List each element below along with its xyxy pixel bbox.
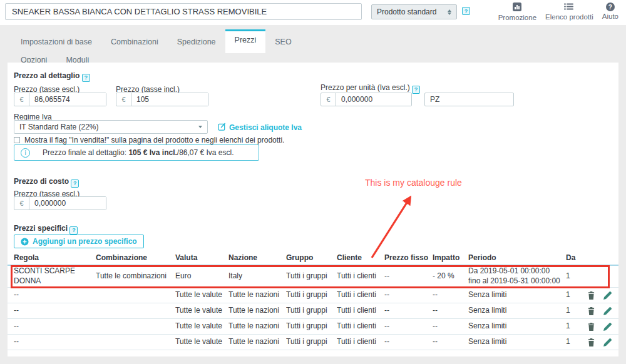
col-valuta: Valuta: [175, 253, 228, 262]
table-row: SCONTI SCARPE DONNA Tutte le combinazion…: [8, 266, 618, 288]
row-actions: [585, 307, 618, 315]
cell-nazione: Tutte le nazioni: [228, 290, 286, 300]
unit-input[interactable]: [424, 93, 514, 106]
table-row: -- Tutte le valute Tutte le nazioni Tutt…: [8, 335, 618, 350]
tab-seo[interactable]: SEO: [265, 29, 300, 52]
help-icon[interactable]: ?: [82, 74, 90, 82]
cell-cliente: Tutti i clienti: [337, 271, 384, 281]
cell-valuta: Tutte le valute: [175, 290, 228, 300]
currency-prefix: €: [116, 93, 131, 106]
cell-prezzo-fisso: --: [384, 321, 433, 331]
bar-chart-icon: [513, 3, 521, 13]
help-button[interactable]: ? Aiuto: [602, 3, 618, 21]
price-incl-input[interactable]: [131, 93, 208, 106]
cell-cliente: Tutti i clienti: [337, 321, 384, 331]
col-prezzo-fisso: Prezzo fisso: [384, 253, 433, 262]
edit-icon[interactable]: [603, 323, 612, 331]
row-actions: [585, 323, 618, 331]
cell-impatto: --: [433, 321, 468, 331]
annotation-text: This is my catalouge rule: [365, 178, 462, 188]
cell-gruppo: Tutti i gruppi: [286, 306, 337, 316]
cell-da: 1: [566, 337, 585, 347]
cell-valuta: Tutte le valute: [175, 337, 228, 347]
cell-prezzo-fisso: --: [384, 337, 433, 347]
on-sale-row: Mostra il flag "In vendita!" sulla pagin…: [14, 136, 284, 144]
on-sale-checkbox[interactable]: [14, 137, 20, 143]
cell-periodo: Senza limiti: [468, 337, 566, 347]
cell-cliente: Tutti i clienti: [337, 337, 384, 347]
specific-prices-title-text: Prezzi specifici: [14, 224, 68, 233]
cell-da: 1: [566, 306, 585, 316]
delete-icon[interactable]: [588, 307, 595, 315]
col-nazione: Nazione: [228, 253, 286, 262]
product-type-select[interactable]: Prodotto standard: [371, 4, 457, 19]
cell-valuta: Tutte le valute: [175, 321, 228, 331]
list-icon: [564, 3, 574, 12]
specific-prices-rows: SCONTI SCARPE DONNA Tutte le combinazion…: [8, 266, 618, 350]
cell-gruppo: Tutti i gruppi: [286, 290, 337, 300]
delete-icon[interactable]: [588, 323, 595, 331]
edit-square-icon: [218, 123, 226, 133]
edit-icon[interactable]: [603, 307, 612, 315]
cell-periodo: Senza limiti: [468, 321, 566, 331]
edit-icon[interactable]: [603, 291, 612, 300]
cell-cliente: Tutti i clienti: [337, 306, 384, 316]
table-header-row: Regola Combinazione Valuta Nazione Grupp…: [8, 250, 618, 266]
add-specific-price-button[interactable]: Aggiungi un prezzo specifico: [14, 235, 144, 248]
tab-combinazioni[interactable]: Combinazioni: [101, 29, 168, 52]
table-row: -- Tutte le valute Tutte le nazioni Tutt…: [8, 288, 618, 303]
col-impatto: Impatto: [433, 253, 468, 262]
cost-price-title: Prezzo di costo ?: [14, 177, 79, 188]
help-icon[interactable]: ?: [69, 226, 78, 235]
tab-spedizione[interactable]: Spedizione: [168, 29, 225, 52]
promotion-button[interactable]: Promozione: [498, 3, 536, 21]
plus-circle-icon: [21, 238, 29, 246]
cell-impatto: --: [433, 337, 468, 347]
cell-periodo: Da 2019-05-01 00:00:00 fino al 2019-05-3…: [468, 266, 566, 286]
cell-prezzo-fisso: --: [384, 271, 433, 281]
retail-price-title: Prezzo al dettaglio ?: [14, 71, 90, 82]
cell-periodo: Senza limiti: [468, 290, 566, 300]
delete-icon[interactable]: [588, 291, 595, 300]
cell-da: 1: [566, 290, 585, 300]
col-gruppo: Gruppo: [286, 253, 337, 262]
product-type-value: Prodotto standard: [377, 8, 436, 16]
promotion-label: Promozione: [498, 14, 536, 21]
tax-rule-select[interactable]: IT Standard Rate (22%): [14, 120, 208, 134]
tax-rule-value: IT Standard Rate (22%): [19, 123, 99, 131]
table-row: -- Tutte le valute Tutte le nazioni Tutt…: [8, 319, 618, 335]
cost-price-title-text: Prezzo di costo: [14, 177, 69, 186]
cost-price-group: €: [14, 196, 106, 210]
final-price-alert: i Prezzo finale al dettaglio: 105 € Iva …: [14, 144, 259, 161]
cell-gruppo: Tutti i gruppi: [286, 271, 337, 281]
product-name-input[interactable]: [5, 3, 362, 20]
help-icon[interactable]: ?: [462, 7, 470, 15]
row-actions: [585, 291, 618, 300]
unit-price-input[interactable]: [336, 93, 411, 106]
edit-icon[interactable]: [603, 338, 612, 346]
tab-prezzi[interactable]: Prezzi: [225, 29, 266, 53]
cell-prezzo-fisso: --: [384, 306, 433, 316]
currency-prefix: €: [14, 93, 29, 106]
top-bar: Prodotto standard ? Promozione Elenco pr…: [0, 0, 626, 25]
cell-regola: --: [8, 306, 96, 316]
delete-icon[interactable]: [588, 338, 595, 346]
specific-prices-title: Prezzi specifici ?: [14, 224, 78, 235]
manage-tax-link-text: Gestisci aliquote Iva: [229, 123, 302, 132]
cell-da: 1: [566, 271, 585, 281]
cell-combinazione: Tutte le combinazioni: [96, 271, 175, 281]
product-list-button[interactable]: Elenco prodotti: [545, 3, 593, 21]
price-excl-group: €: [14, 93, 106, 106]
col-periodo: Periodo: [468, 253, 566, 262]
manage-tax-link[interactable]: Gestisci aliquote Iva: [218, 123, 302, 133]
cost-price-input[interactable]: [29, 197, 106, 210]
help-icon[interactable]: ?: [71, 179, 79, 188]
final-price-prefix: Prezzo finale al dettaglio:: [43, 148, 128, 157]
col-combinazione: Combinazione: [96, 253, 175, 262]
info-icon: i: [21, 148, 30, 158]
cell-cliente: Tutti i clienti: [337, 290, 384, 300]
price-excl-input[interactable]: [29, 93, 106, 106]
row-actions: [585, 338, 618, 346]
help-icon[interactable]: ?: [412, 86, 420, 94]
on-sale-label: Mostra il flag "In vendita!" sulla pagin…: [24, 136, 284, 144]
